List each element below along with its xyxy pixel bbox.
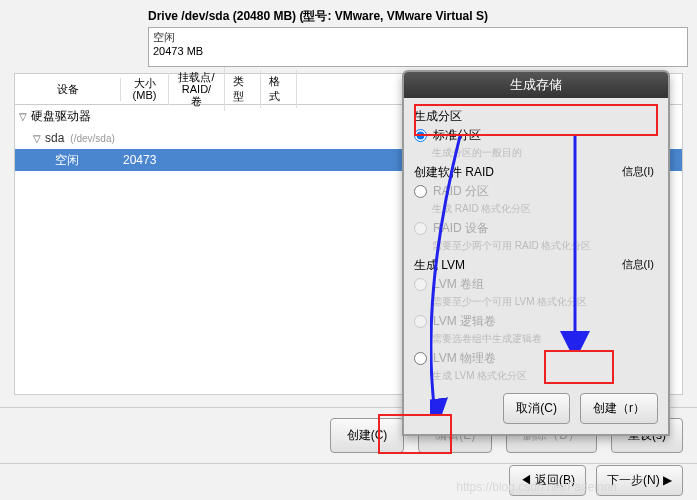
drive-free-label: 空闲 <box>153 30 683 45</box>
tree-sda-label: sda <box>45 131 64 145</box>
section-lvm: 生成 LVM 信息(I) <box>414 257 658 274</box>
radio-lvmvg-input <box>414 278 427 291</box>
expand-icon[interactable]: ▽ <box>33 133 43 144</box>
radio-raid-device: RAID 设备 <box>414 220 658 237</box>
create-storage-dialog: 生成存储 生成分区 标准分区 生成分区的一般目的 创建软件 RAID 信息(I)… <box>402 70 670 436</box>
radio-standard-partition[interactable]: 标准分区 <box>414 127 658 144</box>
radio-std-input[interactable] <box>414 129 427 142</box>
lvmpv-hint: 生成 LVM 格式化分区 <box>432 369 658 383</box>
create-button[interactable]: 创建(C) <box>330 418 405 453</box>
tree-free-label: 空闲 <box>19 152 123 169</box>
lvmvg-hint: 需要至少一个可用 LVM 格式化分区 <box>432 295 658 309</box>
section-raid: 创建软件 RAID 信息(I) <box>414 164 658 181</box>
drive-visual: 空闲 20473 MB <box>148 27 688 67</box>
radio-raidp-input[interactable] <box>414 185 427 198</box>
raidd-hint: 需要至少两个可用 RAID 格式化分区 <box>432 239 658 253</box>
dialog-create-button[interactable]: 创建（r） <box>580 393 658 424</box>
section-raid-label: 创建软件 RAID <box>414 165 494 179</box>
tree-sda-path: (/dev/sda) <box>70 133 114 144</box>
std-hint: 生成分区的一般目的 <box>432 146 658 160</box>
radio-lvmlv-input <box>414 315 427 328</box>
col-device[interactable]: 设备 <box>15 78 121 101</box>
col-mount[interactable]: 挂载点/ RAID/卷 <box>169 67 225 111</box>
radio-lvmvg-label: LVM 卷组 <box>433 276 484 293</box>
radio-lvm-vg: LVM 卷组 <box>414 276 658 293</box>
col-size[interactable]: 大小 (MB) <box>121 73 169 105</box>
radio-lvm-pv[interactable]: LVM 物理卷 <box>414 350 658 367</box>
dialog-cancel-button[interactable]: 取消(C) <box>503 393 570 424</box>
raidp-hint: 生成 RAID 格式化分区 <box>432 202 658 216</box>
tree-root-label: 硬盘驱动器 <box>31 108 91 125</box>
radio-raidp-label: RAID 分区 <box>433 183 489 200</box>
radio-std-label: 标准分区 <box>433 127 481 144</box>
expand-icon[interactable]: ▽ <box>19 111 29 122</box>
col-type[interactable]: 类型 <box>225 70 261 108</box>
radio-raid-partition[interactable]: RAID 分区 <box>414 183 658 200</box>
lvmlv-hint: 需要选卷组中生成逻辑卷 <box>432 332 658 346</box>
dialog-title: 生成存储 <box>404 72 668 98</box>
section-lvm-label: 生成 LVM <box>414 258 465 272</box>
radio-raidd-input <box>414 222 427 235</box>
col-format[interactable]: 格式 <box>261 70 297 108</box>
watermark: https://blog.csdn.net/Fadeinnn <box>456 480 617 494</box>
radio-lvmlv-label: LVM 逻辑卷 <box>433 313 496 330</box>
tree-free-size: 20473 <box>123 153 173 167</box>
drive-title: Drive /dev/sda (20480 MB) (型号: VMware, V… <box>148 8 697 25</box>
radio-lvmpv-input[interactable] <box>414 352 427 365</box>
info-link-lvm[interactable]: 信息(I) <box>622 257 654 272</box>
radio-lvmpv-label: LVM 物理卷 <box>433 350 496 367</box>
radio-raidd-label: RAID 设备 <box>433 220 489 237</box>
radio-lvm-lv: LVM 逻辑卷 <box>414 313 658 330</box>
section-partition: 生成分区 <box>414 108 658 125</box>
info-link-raid[interactable]: 信息(I) <box>622 164 654 179</box>
drive-free-size: 20473 MB <box>153 45 683 57</box>
